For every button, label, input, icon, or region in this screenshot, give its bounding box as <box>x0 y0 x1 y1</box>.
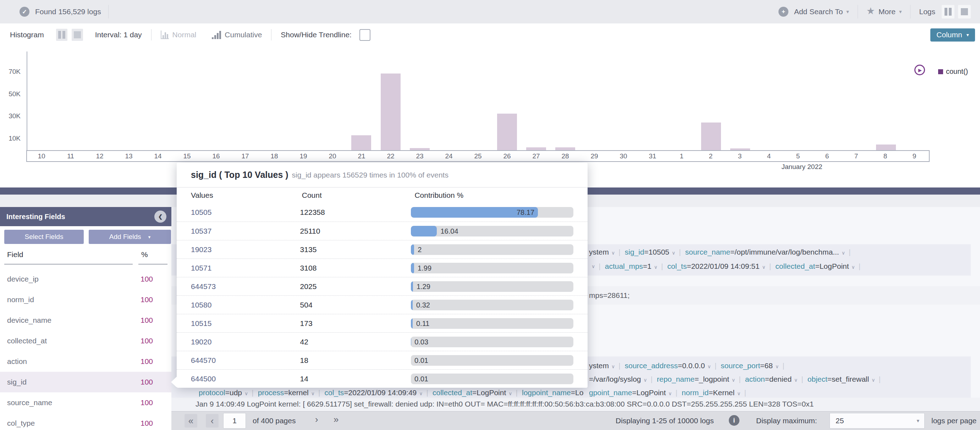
top-values-row[interactable]: 644500140.01 <box>177 369 587 388</box>
log-field-tag-cut[interactable]: ystem∨ <box>589 361 615 370</box>
contribution-fill <box>411 226 437 237</box>
top-values-row[interactable]: 105805040.32 <box>177 296 587 314</box>
star-icon[interactable]: ★ <box>867 5 875 17</box>
page-number-input[interactable] <box>223 413 246 428</box>
log-field-tag[interactable]: col_ts=2022/01/09 14:09:49∨ <box>324 388 423 397</box>
histogram-bar[interactable] <box>876 144 896 150</box>
histogram-bar[interactable] <box>497 113 517 150</box>
field-row-col_type[interactable]: col_type100 <box>0 413 171 430</box>
block-view-icon <box>961 8 968 15</box>
cumulative-toggle[interactable]: Cumulative <box>224 30 262 39</box>
y-axis-tick: 50K <box>0 90 21 98</box>
log-field-tag-cut[interactable]: ∨ <box>589 264 595 269</box>
top-values-row[interactable]: 105151730.11 <box>177 314 587 332</box>
x-axis-tick: 10 <box>27 152 56 160</box>
normal-toggle[interactable]: Normal <box>172 30 197 39</box>
log-field-tag[interactable]: object=set_firewall∨ <box>808 375 875 384</box>
x-axis-tick: 12 <box>85 152 114 160</box>
more-button[interactable]: More <box>878 8 896 16</box>
previous-page-button[interactable]: ‹ <box>206 414 219 427</box>
tag-separator: | <box>769 262 771 270</box>
log-raw-text[interactable]: Jan 9 14:09:49 LogPoint kernel: [ 6629.5… <box>196 400 814 408</box>
log-field-tag[interactable]: protocol=udp∨ <box>199 388 248 397</box>
log-field-tag-cut[interactable]: =/var/log/syslog∨ <box>589 375 647 384</box>
page-count-label: of 400 pages <box>253 417 296 425</box>
field-row-device_ip[interactable]: device_ip100 <box>0 269 171 289</box>
x-axis-tick: 28 <box>550 152 580 160</box>
select-fields-button[interactable]: Select Fields <box>4 230 84 244</box>
histogram-bar[interactable] <box>351 135 371 150</box>
x-axis-tick: 20 <box>318 152 347 160</box>
x-axis-tick: 5 <box>783 152 813 160</box>
last-page-button[interactable]: » <box>334 414 339 425</box>
field-row-norm_id[interactable]: norm_id100 <box>0 289 171 310</box>
contribution-label: 0.32 <box>416 301 430 309</box>
top-values-row[interactable]: 19020420.03 <box>177 332 587 351</box>
display-maximum-select[interactable]: 25 ▾ <box>830 413 925 428</box>
log-field-tag[interactable]: collected_at=LogPoint∨ <box>433 388 512 397</box>
normal-chart-icon <box>161 30 169 39</box>
top-value: 10505 <box>191 208 300 217</box>
log-field-tag[interactable]: collected_at=LogPoint∨ <box>775 262 855 270</box>
chevron-down-icon[interactable]: ▾ <box>899 8 902 15</box>
popup-title: sig_id ( Top 10 Values ) <box>191 170 288 180</box>
top-values-row[interactable]: 64457320251.29 <box>177 277 587 296</box>
tag-separator: | <box>426 388 428 397</box>
top-values-row[interactable]: 105372511016.04 <box>177 222 587 240</box>
tag-separator: | <box>859 262 861 270</box>
top-values-row[interactable]: 1902331352 <box>177 240 587 259</box>
x-axis-tick: 30 <box>609 152 638 160</box>
add-fields-button[interactable]: Add Fields ▾ <box>89 230 171 244</box>
top-values-row[interactable]: 1057131081.99 <box>177 259 587 277</box>
solid-block-icon <box>74 31 81 38</box>
contribution-cell: 0.11 <box>411 318 573 329</box>
chevron-down-icon[interactable]: ▾ <box>846 8 849 15</box>
contribution-track: 2 <box>411 244 573 255</box>
field-row-action[interactable]: action100 <box>0 351 171 372</box>
log-field-tag-cut[interactable]: ystem∨ <box>589 248 615 256</box>
top-values-row[interactable]: 1050512235878.17 <box>177 203 587 222</box>
collapse-panel-button[interactable]: ❮ <box>154 211 166 223</box>
top-value-count: 173 <box>300 319 411 328</box>
info-icon[interactable]: i <box>729 415 740 426</box>
field-row-device_name[interactable]: device_name100 <box>0 310 171 331</box>
log-raw-text[interactable]: mps=28611; <box>589 291 630 300</box>
field-row-source_name[interactable]: source_name100 <box>0 392 171 413</box>
interesting-fields-header: Interesting Fields ❮ <box>0 207 171 226</box>
play-button[interactable]: ▶ <box>914 65 925 75</box>
trendline-checkbox[interactable] <box>360 29 371 41</box>
block-view-button[interactable] <box>958 5 971 18</box>
log-field-tag[interactable]: repo_name=_logpoint∨ <box>657 375 735 384</box>
histogram-solid-view-button[interactable] <box>72 29 83 41</box>
log-field-tag[interactable]: source_name=/opt/immune/var/log/benchma.… <box>685 248 845 256</box>
interval-label[interactable]: Interval: 1 day <box>95 30 142 39</box>
log-field-tag[interactable]: source_address=0.0.0.0∨ <box>625 361 711 370</box>
log-field-tag[interactable]: norm_id=Kernel∨ <box>682 388 740 397</box>
histogram-bar[interactable] <box>526 147 546 150</box>
log-field-tag[interactable]: actual_mps=1∨ <box>605 262 658 270</box>
top-value: 644573 <box>191 282 300 291</box>
first-page-button[interactable]: « <box>185 414 197 427</box>
log-field-tag[interactable]: process=kernel∨ <box>258 388 315 397</box>
add-search-to-button[interactable]: Add Search To <box>794 8 843 16</box>
histogram-bar[interactable] <box>701 123 721 150</box>
x-axis[interactable]: 1011121314151617181920212223242526272829… <box>26 150 930 162</box>
field-row-sig_id[interactable]: sig_id100 <box>0 372 171 392</box>
contribution-cell: 0.32 <box>411 300 573 310</box>
tag-separator: | <box>661 262 663 270</box>
log-field-tag[interactable]: logpoint_name=LogPoint∨ <box>522 388 584 397</box>
column-type-button[interactable]: Column ▾ <box>930 29 975 42</box>
columns-view-button[interactable] <box>942 5 955 18</box>
log-field-tag[interactable]: col_ts=2022/01/09 14:09:51∨ <box>667 262 766 270</box>
next-page-button[interactable]: › <box>315 414 318 425</box>
log-field-tag[interactable]: action=denied∨ <box>745 375 798 384</box>
display-maximum-value: 25 <box>835 417 916 425</box>
log-field-tag[interactable]: sig_id=10505∨ <box>625 248 676 256</box>
histogram-bar[interactable] <box>381 74 401 150</box>
field-row-collected_at[interactable]: collected_at100 <box>0 331 171 351</box>
log-field-tag[interactable]: source_port=68∨ <box>721 361 779 370</box>
histogram-bar[interactable] <box>555 147 575 150</box>
histogram-split-view-button[interactable] <box>56 29 67 41</box>
log-field-tag[interactable]: gpoint_name=LogPoint∨ <box>589 388 672 397</box>
top-values-row[interactable]: 644570180.01 <box>177 351 587 369</box>
